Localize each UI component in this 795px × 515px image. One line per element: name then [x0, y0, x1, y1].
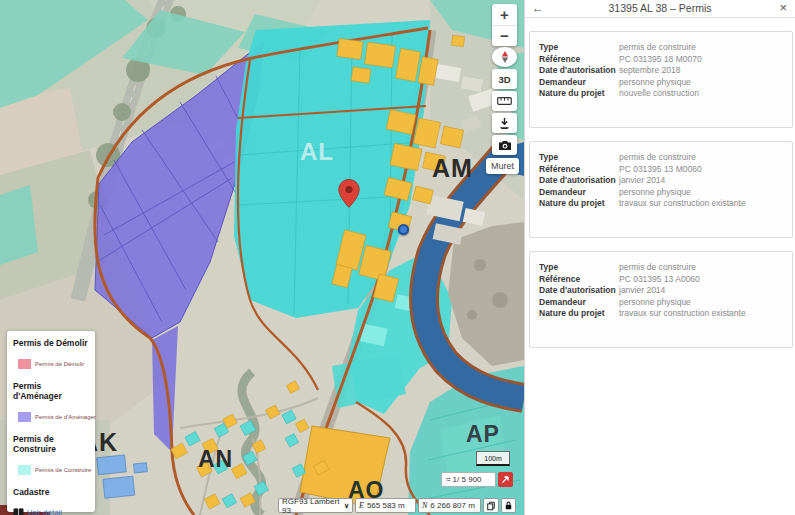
download-icon	[498, 117, 511, 130]
field-label: Référence	[539, 54, 619, 66]
legend-item-construire: Permis de Construire	[18, 465, 90, 475]
construire-swatch	[18, 465, 31, 475]
legend-heading-construire: Permis de Construire	[13, 434, 90, 454]
legend-heading-cadastre: Cadastre	[13, 487, 90, 497]
chevron-down-icon: ∨	[344, 502, 349, 510]
copy-coordinates-button[interactable]	[483, 498, 499, 513]
copy-icon	[487, 501, 495, 511]
field-label: Type	[539, 262, 619, 274]
panel-header: ← 31395 AL 38 – Permis ×	[525, 0, 795, 18]
easting-value: 565 583 m	[367, 501, 405, 510]
lock-coordinates-button[interactable]	[501, 498, 516, 513]
import-data-button[interactable]	[492, 113, 517, 133]
field-label: Nature du projet	[539, 88, 619, 100]
field-value: permis de construire	[619, 262, 696, 274]
field-label: Demandeur	[539, 297, 619, 309]
scale-bar: 100m	[476, 451, 510, 466]
field-label: Date d'autorisation	[539, 175, 619, 187]
field-label: Référence	[539, 274, 619, 286]
scale-ratio-input[interactable]	[441, 472, 496, 487]
field-value: janvier 2014	[619, 175, 665, 187]
field-value: nouvelle construction	[619, 88, 699, 100]
crs-label: RGF93 Lambert 93	[282, 497, 344, 515]
detail-link-label: Voir détail	[27, 508, 62, 515]
section-label-an: AN	[198, 446, 233, 473]
field-label: Type	[539, 152, 619, 164]
panel-title: 31395 AL 38 – Permis	[525, 0, 795, 17]
permit-card: Typepermis de construire RéférencePC 031…	[529, 251, 793, 348]
field-label: Date d'autorisation	[539, 65, 619, 77]
section-label-am: AM	[432, 154, 473, 183]
field-label: Référence	[539, 164, 619, 176]
field-label: Nature du projet	[539, 198, 619, 210]
amenager-swatch-label: Permis de d'Aménager	[35, 414, 96, 420]
lock-icon	[505, 500, 512, 511]
field-value: travaux sur construction existante	[619, 308, 746, 320]
field-label: Demandeur	[539, 77, 619, 89]
field-value: permis de construire	[619, 42, 696, 54]
cadastre-detail-link[interactable]: Voir détail	[13, 508, 90, 515]
map-viewport[interactable]: AL AM AK AN AO AP + − 3D	[0, 0, 524, 515]
apply-scale-button[interactable]	[498, 472, 513, 487]
legend-item-amenager: Permis de d'Aménager	[18, 412, 90, 422]
crs-selector[interactable]: RGF93 Lambert 93 ∨	[278, 498, 353, 513]
view-3d-button[interactable]: 3D	[492, 69, 517, 89]
legend-heading-demolir: Permis de Démolir	[13, 338, 90, 348]
field-label: Demandeur	[539, 187, 619, 199]
field-value: PC 031395 13 A0060	[619, 274, 700, 286]
poi-marker-dot[interactable]	[398, 224, 409, 235]
app-window: AL AM AK AN AO AP + − 3D	[0, 0, 795, 515]
screenshot-button[interactable]	[492, 135, 517, 155]
field-label: Date d'autorisation	[539, 285, 619, 297]
easting-prefix: E	[359, 501, 364, 510]
field-value: personne physique	[619, 297, 691, 309]
easting-field[interactable]: E 565 583 m	[355, 498, 416, 513]
legend-item-demolir: Permis de Démolir	[18, 359, 90, 369]
permits-panel: ← 31395 AL 38 – Permis × Typepermis de c…	[524, 0, 795, 515]
zoom-out-button[interactable]: −	[492, 26, 517, 47]
permit-card: Typepermis de construire RéférencePC 031…	[529, 141, 793, 238]
ruler-icon	[497, 96, 512, 106]
field-value: septembre 2018	[619, 65, 680, 77]
zoom-control-group: + −	[492, 4, 517, 46]
field-value: PC 031395 18 M0070	[619, 54, 702, 66]
amenager-swatch	[18, 412, 31, 422]
book-icon	[13, 508, 24, 515]
field-value: janvier 2014	[619, 285, 665, 297]
field-value: personne physique	[619, 77, 691, 89]
back-button[interactable]: ←	[532, 0, 544, 16]
demolir-swatch-label: Permis de Démolir	[35, 361, 84, 367]
selected-parcel-pin-icon[interactable]	[338, 179, 360, 208]
arrow-up-right-icon	[501, 475, 510, 484]
section-label-al: AL	[300, 138, 334, 166]
legend-panel: Permis de Démolir Permis de Démolir Perm…	[7, 331, 95, 512]
section-label-ap: AP	[466, 421, 500, 448]
northing-value: 6 266 807 m	[430, 501, 474, 510]
construire-swatch-label: Permis de Construire	[35, 467, 91, 473]
demolir-swatch	[18, 359, 31, 369]
field-label: Nature du projet	[539, 308, 619, 320]
field-value: personne physique	[619, 187, 691, 199]
northing-prefix: N	[422, 501, 427, 510]
field-value: permis de construire	[619, 152, 696, 164]
compass-button[interactable]	[492, 47, 517, 67]
close-button[interactable]: ×	[779, 0, 787, 16]
camera-icon	[498, 140, 512, 151]
northing-field[interactable]: N 6 266 807 m	[418, 498, 481, 513]
field-label: Type	[539, 42, 619, 54]
field-value: PC 031395 13 M0060	[619, 164, 702, 176]
town-label-chip: Muret	[486, 158, 519, 174]
measure-button[interactable]	[492, 91, 517, 111]
compass-needle-icon	[499, 50, 511, 64]
zoom-in-button[interactable]: +	[492, 4, 517, 26]
legend-heading-amenager: Permis d'Aménager	[13, 381, 90, 401]
permit-card: Typepermis de construire RéférencePC 031…	[529, 31, 793, 128]
field-value: travaux sur construction existante	[619, 198, 746, 210]
